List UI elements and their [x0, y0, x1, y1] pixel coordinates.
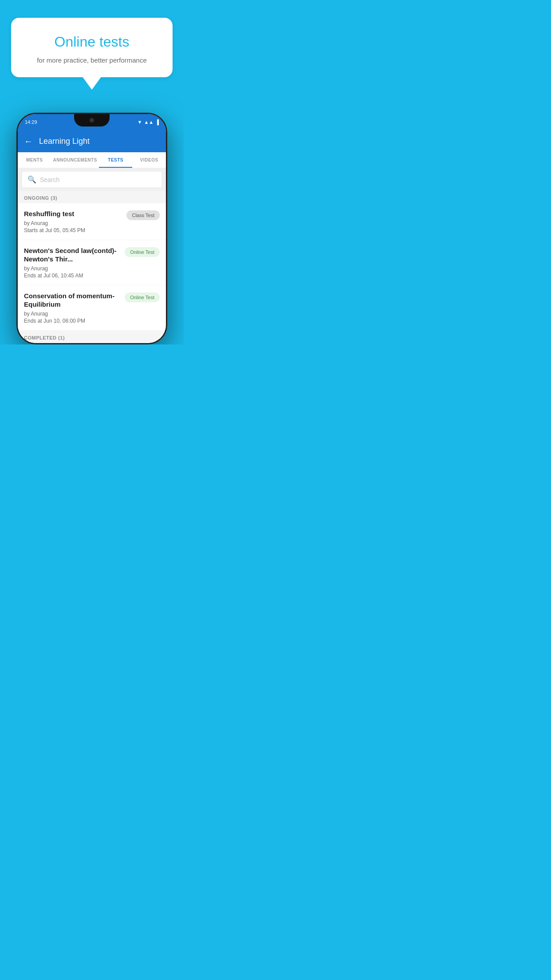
test-time-2: Ends at Jul 06, 10:45 AM [24, 273, 120, 279]
phone-notch [74, 114, 110, 126]
test-time-3: Ends at Jun 10, 06:00 PM [24, 318, 120, 324]
status-bar: 14:29 ▼ ▲▲ ▐ [18, 114, 166, 130]
test-by-2: by Anurag [24, 265, 120, 272]
promo-section: Online tests for more practice, better p… [11, 18, 173, 77]
status-icons: ▼ ▲▲ ▐ [138, 119, 159, 125]
test-by-3: by Anurag [24, 311, 120, 317]
tab-videos[interactable]: VIDEOS [132, 152, 166, 168]
status-time: 14:29 [25, 119, 37, 125]
badge-2: Online Test [125, 247, 160, 257]
tab-announcements[interactable]: ANNOUNCEMENTS [51, 152, 99, 168]
search-placeholder: Search [40, 176, 59, 183]
signal-icon: ▲▲ [144, 119, 153, 125]
tab-tests[interactable]: TESTS [99, 152, 133, 168]
section-completed-header: COMPLETED (1) [18, 331, 166, 343]
test-item-2[interactable]: Newton's Second law(contd)-Newton's Thir… [18, 240, 166, 285]
test-item-2-left: Newton's Second law(contd)-Newton's Thir… [24, 246, 125, 279]
test-by-1: by Anurag [24, 220, 122, 226]
test-name-1: Reshuffling test [24, 209, 122, 218]
phone-wrapper: 14:29 ▼ ▲▲ ▐ ← Learning Light MENTS [0, 113, 184, 344]
bubble-title: Online tests [24, 34, 159, 50]
test-time-1: Starts at Jul 05, 05:45 PM [24, 227, 122, 233]
wifi-icon: ▼ [138, 119, 142, 125]
test-item-1-left: Reshuffling test by Anurag Starts at Jul… [24, 209, 126, 233]
test-item-3-left: Conservation of momentum-Equilibrium by … [24, 292, 125, 324]
app-bar: ← Learning Light [18, 130, 166, 152]
tabs-container: MENTS ANNOUNCEMENTS TESTS VIDEOS [18, 152, 166, 168]
phone-screen: 14:29 ▼ ▲▲ ▐ ← Learning Light MENTS [18, 114, 166, 343]
bubble-subtitle: for more practice, better performance [24, 56, 159, 64]
test-name-3: Conservation of momentum-Equilibrium [24, 292, 120, 309]
tab-ments[interactable]: MENTS [18, 152, 51, 168]
search-bar[interactable]: 🔍 Search [22, 172, 161, 187]
battery-icon: ▐ [155, 119, 159, 125]
section-ongoing-header: ONGOING (3) [18, 191, 166, 203]
back-button[interactable]: ← [24, 136, 33, 146]
speech-bubble: Online tests for more practice, better p… [11, 18, 173, 77]
phone-device: 14:29 ▼ ▲▲ ▐ ← Learning Light MENTS [16, 113, 167, 344]
search-container: 🔍 Search [18, 168, 166, 191]
camera-dot [90, 118, 94, 122]
badge-3: Online Test [125, 292, 160, 302]
search-icon: 🔍 [28, 175, 36, 184]
test-item-1[interactable]: Reshuffling test by Anurag Starts at Jul… [18, 203, 166, 240]
test-name-2: Newton's Second law(contd)-Newton's Thir… [24, 246, 120, 264]
app-bar-title: Learning Light [39, 137, 90, 146]
badge-1: Class Test [126, 210, 160, 220]
test-item-3[interactable]: Conservation of momentum-Equilibrium by … [18, 285, 166, 330]
